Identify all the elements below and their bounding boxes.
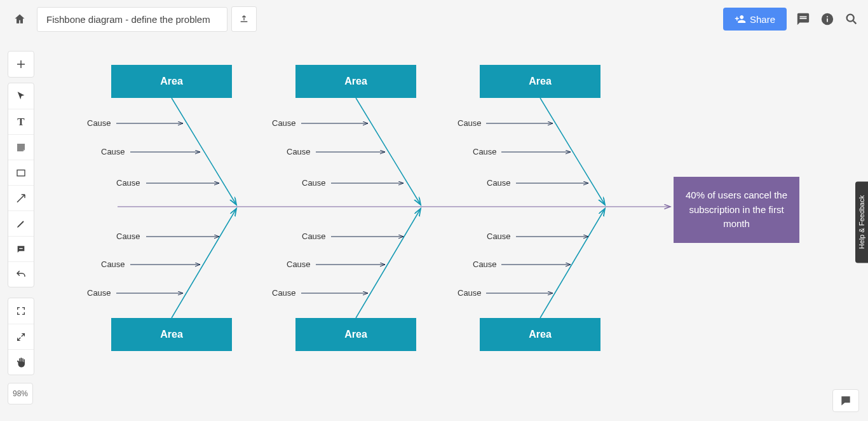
fit-button[interactable] [8, 324, 34, 349]
left-toolbar: T 98% [8, 51, 34, 404]
comments-button[interactable] [796, 11, 811, 27]
zoom-level[interactable]: 98% [8, 383, 33, 404]
person-add-icon [735, 13, 746, 25]
cause-label[interactable]: Cause [487, 231, 511, 241]
cause-label[interactable]: Cause [87, 288, 111, 298]
svg-rect-2 [17, 170, 25, 176]
area-box-top-3[interactable]: Area [480, 65, 600, 98]
home-icon [13, 13, 26, 25]
text-tool[interactable]: T [8, 109, 34, 134]
cause-label[interactable]: Cause [287, 147, 311, 156]
speech-bubble-icon [839, 394, 852, 407]
note-icon [16, 142, 26, 153]
cause-label[interactable]: Cause [272, 118, 296, 128]
select-tool[interactable] [8, 83, 34, 109]
cause-label[interactable]: Cause [116, 178, 140, 188]
top-bar-right: Share [723, 8, 859, 31]
pencil-icon [16, 219, 26, 229]
shape-tool[interactable] [8, 160, 34, 185]
area-box-top-1[interactable]: Area [111, 65, 232, 98]
document-title-input[interactable]: Fishbone diagram - define the problem [37, 7, 227, 32]
fullscreen-button[interactable] [8, 298, 34, 324]
plus-icon [15, 59, 27, 70]
pan-tool[interactable] [8, 349, 34, 375]
cause-label[interactable]: Cause [458, 288, 482, 298]
svg-point-1 [847, 15, 854, 22]
svg-line-4 [172, 98, 236, 205]
cause-label[interactable]: Cause [473, 259, 497, 269]
cause-label[interactable]: Cause [101, 259, 125, 269]
cause-label[interactable]: Cause [473, 147, 497, 156]
search-icon [844, 12, 858, 26]
area-box-bottom-3[interactable]: Area [480, 318, 600, 351]
rectangle-icon [16, 168, 26, 178]
export-button[interactable] [231, 6, 257, 32]
undo-button[interactable] [8, 261, 34, 287]
undo-icon [15, 269, 27, 280]
area-box-top-2[interactable]: Area [295, 65, 416, 98]
sticky-note-tool[interactable] [8, 134, 34, 160]
svg-line-5 [172, 209, 236, 318]
cause-label[interactable]: Cause [458, 118, 482, 128]
svg-line-12 [356, 98, 421, 205]
area-box-bottom-1[interactable]: Area [111, 318, 232, 351]
search-button[interactable] [844, 11, 859, 27]
hand-icon [15, 357, 27, 368]
expand-icon [16, 332, 26, 342]
help-feedback-tab[interactable]: Help & Feedback [855, 181, 868, 263]
home-button[interactable] [9, 8, 31, 30]
info-button[interactable] [820, 11, 835, 27]
comments-fab[interactable] [832, 389, 859, 412]
area-box-bottom-2[interactable]: Area [295, 318, 416, 351]
canvas[interactable]: Area Area Area Area Area Area 40% of use… [44, 38, 868, 421]
comment-icon [796, 12, 810, 26]
top-bar: Fishbone diagram - define the problem Sh… [0, 0, 868, 38]
arrow-icon [15, 193, 27, 204]
svg-line-20 [540, 98, 605, 205]
problem-box[interactable]: 40% of users cancel the subscription in … [674, 177, 799, 243]
svg-line-13 [356, 209, 421, 318]
chat-icon [16, 244, 26, 254]
share-label: Share [750, 14, 775, 25]
cause-label[interactable]: Cause [302, 178, 326, 188]
cause-label[interactable]: Cause [272, 288, 296, 298]
fullscreen-icon [16, 306, 26, 316]
cause-label[interactable]: Cause [487, 178, 511, 188]
text-icon: T [17, 116, 24, 128]
upload-icon [239, 14, 249, 24]
arrow-tool[interactable] [8, 185, 34, 210]
info-icon [820, 12, 834, 26]
cause-label[interactable]: Cause [116, 231, 140, 241]
comment-tool[interactable] [8, 236, 34, 261]
cause-label[interactable]: Cause [101, 147, 125, 156]
cause-label[interactable]: Cause [287, 259, 311, 269]
pen-tool[interactable] [8, 210, 34, 236]
svg-line-21 [540, 209, 605, 318]
cause-label[interactable]: Cause [87, 118, 111, 128]
cause-label[interactable]: Cause [302, 231, 326, 241]
add-button[interactable] [8, 52, 34, 77]
share-button[interactable]: Share [723, 8, 787, 31]
cursor-icon [16, 91, 26, 101]
